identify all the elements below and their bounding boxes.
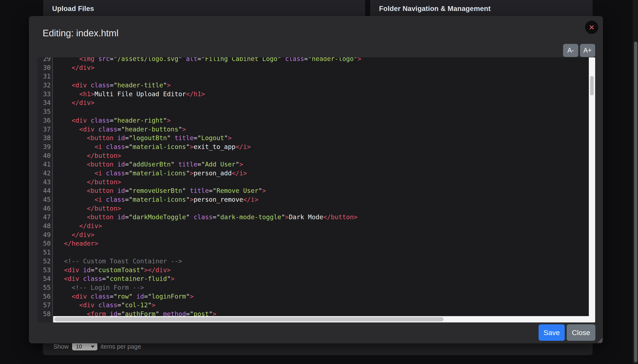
code-line: 49 </div> — [38, 230, 595, 239]
code-line: 38 <button id="logoutBtn" title="Logout"… — [38, 134, 595, 142]
code-line: 35 — [38, 107, 595, 116]
code-line: 55 <!-- Login Form --> — [38, 283, 595, 292]
editor-vertical-scrollbar[interactable] — [589, 58, 595, 316]
edit-file-modal: Editing: index.html ✕ A- A+ 29 <img src=… — [29, 16, 603, 343]
code-line: 43 </button> — [38, 178, 595, 186]
code-line: 33 <h1>Multi File Upload Editor</h1> — [38, 90, 595, 98]
editor-horizontal-scrollbar-thumb[interactable] — [54, 317, 444, 322]
code-line: 51 — [38, 248, 595, 257]
font-size-controls: A- A+ — [563, 44, 595, 57]
editor-horizontal-scrollbar[interactable] — [53, 316, 595, 322]
code-line: 29 <img src="/assets/logo.svg" alt="Fili… — [38, 58, 595, 63]
code-line: 37 <div class="header-buttons"> — [38, 125, 595, 134]
code-line: 54 <div class="container-fluid"> — [38, 274, 595, 283]
code-line: 41 <button id="addUserBtn" title="Add Us… — [38, 160, 595, 169]
page-size-select[interactable]: 10 — [72, 342, 98, 350]
code-line: 47 <button id="darkModeToggle" class="da… — [38, 213, 595, 222]
code-line: 36 <div class="header-right"> — [38, 116, 595, 125]
code-line: 45 <i class="material-icons">person_remo… — [38, 195, 595, 204]
chevron-down-icon — [91, 346, 94, 348]
code-line: 42 <i class="material-icons">person_add<… — [38, 169, 595, 178]
code-line: 50 </header> — [38, 239, 595, 248]
code-line: 56 <div class="row" id="loginForm"> — [38, 292, 595, 301]
code-line: 32 <div class="header-title"> — [38, 81, 595, 90]
items-per-page-label: items per page — [101, 343, 141, 350]
code-line: 53 <div id="customToast"></div> — [38, 266, 595, 274]
code-line: 40 </button> — [38, 151, 595, 160]
code-line: 39 <i class="material-icons">exit_to_app… — [38, 142, 595, 151]
resize-grip-icon[interactable] — [598, 338, 602, 343]
code-line: 46 </button> — [38, 204, 595, 213]
page-scrollbar[interactable] — [633, 0, 638, 364]
code-line: 57 <div class="col-12"> — [38, 301, 595, 310]
modal-close-button[interactable]: Close — [567, 324, 595, 341]
editor-vertical-scrollbar-thumb[interactable] — [590, 76, 594, 96]
save-button[interactable]: Save — [538, 324, 565, 341]
page-scrollbar-thumb[interactable] — [634, 42, 637, 362]
font-decrease-button[interactable]: A- — [563, 44, 578, 57]
show-label: Show — [54, 343, 69, 350]
code-line: 34 </div> — [38, 98, 595, 107]
code-line: 30 </div> — [38, 63, 595, 72]
close-icon-button[interactable]: ✕ — [585, 21, 598, 34]
code-line: 31 — [38, 72, 595, 81]
upload-files-card-title: Upload Files — [43, 0, 365, 13]
code-editor[interactable]: 29 <img src="/assets/logo.svg" alt="Fili… — [38, 58, 595, 322]
modal-title: Editing: index.html — [43, 28, 118, 38]
code-line: 48 </div> — [38, 222, 595, 230]
code-line: 52 <!-- Custom Toast Container --> — [38, 257, 595, 266]
font-increase-button[interactable]: A+ — [580, 44, 595, 57]
code-line: 44 <button id="removeUserBtn" title="Rem… — [38, 186, 595, 195]
folder-navigation-card-title: Folder Navigation & Management — [370, 0, 592, 13]
close-icon: ✕ — [588, 23, 595, 32]
page-size-value: 10 — [76, 343, 82, 350]
code-lines: 29 <img src="/assets/logo.svg" alt="Fili… — [38, 58, 595, 318]
